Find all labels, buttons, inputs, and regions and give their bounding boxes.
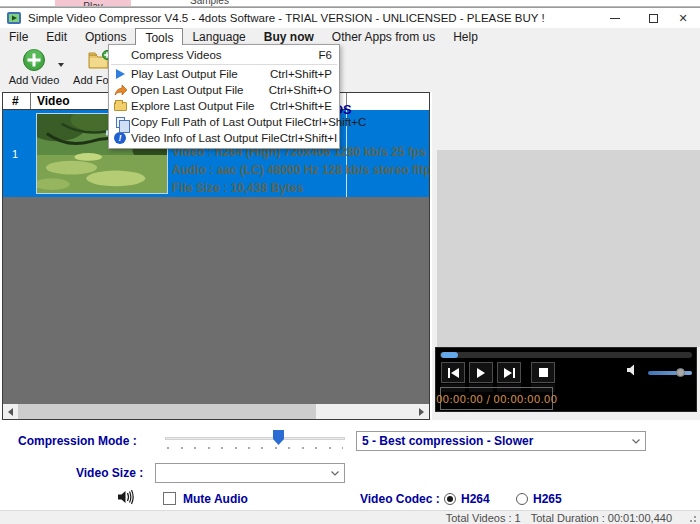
- h264-radio[interactable]: [444, 493, 456, 505]
- menuitem-open-last-output[interactable]: Open Last Output File Ctrl+Shift+O: [109, 82, 339, 98]
- slider-ticks: [167, 447, 343, 449]
- background-tab: Play: [55, 0, 131, 7]
- menuitem-explore-last-output[interactable]: Explore Last Output File Ctrl+Shift+E: [109, 98, 339, 114]
- compression-slider[interactable]: [165, 428, 345, 450]
- play-icon: [109, 67, 131, 81]
- menu-separator: [111, 64, 337, 65]
- preview-panel: 00:00:00 / 00:00:00.00: [432, 92, 700, 420]
- open-icon: [109, 83, 131, 97]
- video-size-select[interactable]: [155, 463, 345, 483]
- speaker-icon: [117, 489, 135, 505]
- scroll-left-icon[interactable]: [3, 404, 18, 419]
- time-display: 00:00:00 / 00:00:00.00: [436, 393, 557, 405]
- h264-label: H264: [461, 492, 490, 506]
- seek-slider[interactable]: [440, 352, 692, 358]
- menu-edit[interactable]: Edit: [37, 28, 76, 45]
- blank-icon: [109, 48, 131, 62]
- background-window-sliver: Play Samples: [0, 0, 700, 7]
- volume-thumb[interactable]: [676, 368, 685, 377]
- menuitem-play-last-output[interactable]: Play Last Output File Ctrl+Shift+P: [109, 66, 339, 82]
- menu-help[interactable]: Help: [444, 28, 487, 45]
- toolbar: Add Video Add Folder OS: [0, 45, 700, 92]
- previous-button[interactable]: [441, 362, 465, 383]
- menu-buy-now[interactable]: Buy now: [255, 28, 323, 45]
- menuitem-video-info[interactable]: ! Video Info of Last Output File Ctrl+Sh…: [109, 130, 339, 146]
- close-icon[interactable]: ✕: [666, 8, 700, 29]
- volume-slider[interactable]: [648, 371, 692, 375]
- slider-thumb[interactable]: [273, 430, 284, 445]
- media-player: 00:00:00 / 00:00:00.00: [435, 347, 697, 412]
- time-display-box: 00:00:00 / 00:00:00.00: [440, 387, 553, 410]
- video-codec-label: Video Codec :: [360, 492, 440, 506]
- background-text: Samples: [190, 0, 229, 6]
- video-size-label: Video Size :: [76, 466, 143, 480]
- menuitem-compress-videos[interactable]: Compress Videos F6: [109, 47, 339, 63]
- window-title: Simple Video Compressor V4.5 - 4dots Sof…: [28, 12, 545, 24]
- audio-info-line: Audio : aac (LC) 48000 Hz 128 kb/s stere…: [172, 161, 430, 179]
- total-duration: Total Duration : 00:01:00,440: [531, 512, 672, 524]
- mute-audio-checkbox[interactable]: [163, 492, 176, 505]
- menuitem-copy-full-path[interactable]: Copy Full Path of Last Output File Ctrl+…: [109, 114, 339, 130]
- add-video-dropdown-caret[interactable]: [58, 63, 64, 67]
- add-video-icon: [22, 48, 46, 72]
- next-button[interactable]: [497, 362, 521, 383]
- horizontal-scrollbar[interactable]: [3, 404, 429, 419]
- info-icon: !: [109, 131, 131, 145]
- seek-thumb[interactable]: [441, 352, 458, 358]
- app-window: Play Samples Simple Video Compressor V4.…: [0, 0, 700, 524]
- add-video-label: Add Video: [9, 74, 60, 86]
- header-extra-column[interactable]: [346, 93, 429, 110]
- row-index: 1: [12, 148, 18, 160]
- header-number[interactable]: #: [3, 93, 31, 109]
- stop-button[interactable]: [531, 362, 555, 383]
- add-video-button[interactable]: Add Video: [6, 47, 62, 90]
- menu-other-apps[interactable]: Other Apps from us: [323, 28, 444, 45]
- speaker-icon[interactable]: [626, 363, 640, 377]
- filesize-info-line: File Size : 10,438 Bytes: [172, 179, 430, 197]
- play-button[interactable]: [469, 362, 493, 383]
- chevron-down-icon: [632, 439, 640, 444]
- title-bar: Simple Video Compressor V4.5 - 4dots Sof…: [0, 7, 700, 28]
- resize-grip[interactable]: [686, 516, 696, 522]
- slider-track[interactable]: [165, 437, 345, 440]
- h265-label: H265: [533, 492, 562, 506]
- total-videos: Total Videos : 1: [446, 512, 521, 524]
- compression-mode-label: Compression Mode :: [18, 434, 137, 448]
- menu-file[interactable]: File: [0, 28, 37, 45]
- menu-bar: File Edit Options Tools Language Buy now…: [0, 28, 700, 45]
- status-bar: Total Videos : 1 Total Duration : 00:01:…: [0, 510, 700, 524]
- compression-mode-value: 5 - Best compression - Slower: [362, 434, 533, 448]
- menu-options[interactable]: Options: [76, 28, 135, 45]
- compression-mode-select[interactable]: 5 - Best compression - Slower: [356, 431, 646, 451]
- video-info-text: Video : h264 (High) 720x406 1280 kb/s 25…: [172, 143, 430, 197]
- compression-controls: Compression Mode : 5 - Best compression …: [0, 420, 700, 510]
- scroll-right-icon[interactable]: [414, 404, 429, 419]
- h265-radio[interactable]: [516, 493, 528, 505]
- app-icon: [7, 11, 21, 25]
- copy-icon: [109, 115, 131, 129]
- chevron-down-icon: [331, 471, 339, 476]
- folder-icon: [109, 99, 131, 113]
- mute-audio-label: Mute Audio: [183, 492, 248, 506]
- video-preview-area: [437, 150, 700, 347]
- menu-tools[interactable]: Tools: [135, 28, 183, 45]
- scrollbar-thumb[interactable]: [18, 404, 316, 419]
- minimize-icon[interactable]: [598, 8, 632, 29]
- tools-dropdown-menu: Compress Videos F6 Play Last Output File…: [108, 44, 340, 149]
- menu-language[interactable]: Language: [183, 28, 254, 45]
- maximize-icon[interactable]: [636, 8, 670, 29]
